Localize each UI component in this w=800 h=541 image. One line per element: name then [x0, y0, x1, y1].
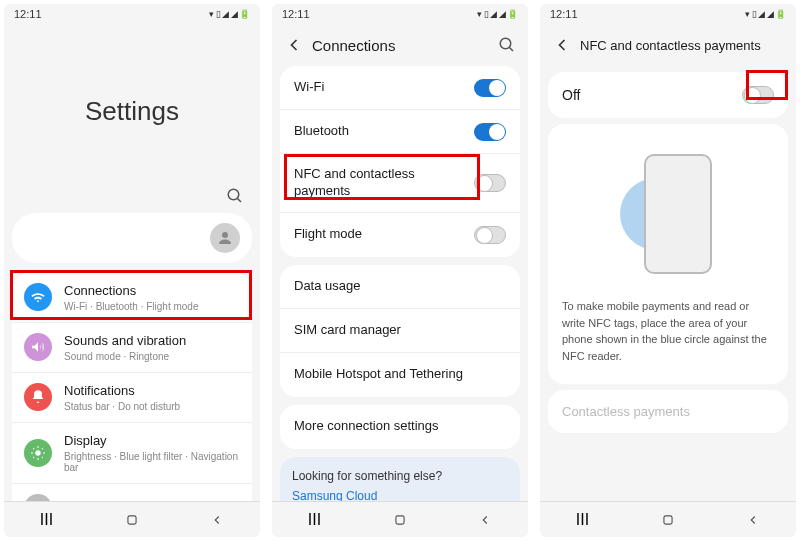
svg-point-2: [222, 232, 228, 238]
status-bar: 12:11 ▾ ▯ ◢ ◢ 🔋: [4, 4, 260, 24]
nfc-illustration: [562, 144, 774, 284]
nav-recent[interactable]: III: [308, 511, 321, 529]
page-title: Settings: [4, 96, 260, 127]
back-icon[interactable]: [284, 35, 304, 55]
row-title: Data usage: [294, 278, 506, 295]
nfc-row[interactable]: NFC and contactless payments: [280, 154, 520, 213]
header-bar: NFC and contactless payments: [540, 24, 796, 66]
display-icon: [24, 439, 52, 467]
connection-toggles: Wi-Fi Bluetooth NFC and contactless paym…: [280, 66, 520, 257]
status-bar: 12:11 ▾ ▯ ◢ ◢ 🔋: [540, 4, 796, 24]
svg-point-0: [228, 189, 239, 200]
nav-bar: III: [4, 501, 260, 537]
wifi-icon: [24, 283, 52, 311]
sound-icon: [24, 333, 52, 361]
status-icons: ▾ ▯ ◢ ◢ 🔋: [477, 9, 518, 19]
bluetooth-toggle[interactable]: [474, 123, 506, 141]
nfc-info-card: To make mobile payments and read or writ…: [548, 124, 788, 384]
status-time: 12:11: [14, 8, 42, 20]
settings-item-sub: Brightness · Blue light filter · Navigat…: [64, 451, 240, 473]
svg-point-3: [35, 450, 40, 455]
nav-home[interactable]: [393, 513, 407, 527]
row-title: Wi-Fi: [294, 79, 474, 96]
hotspot-row[interactable]: Mobile Hotspot and Tethering: [280, 353, 520, 397]
contactless-payments-row: Contactless payments: [548, 390, 788, 433]
avatar-icon: [210, 223, 240, 253]
flight-mode-row[interactable]: Flight mode: [280, 213, 520, 257]
settings-item-sub: Status bar · Do not disturb: [64, 401, 240, 412]
bluetooth-row[interactable]: Bluetooth: [280, 110, 520, 154]
header-title: Connections: [312, 37, 498, 54]
nfc-status-label: Off: [562, 87, 580, 103]
wifi-toggle[interactable]: [474, 79, 506, 97]
status-bar: 12:11 ▾ ▯ ◢ ◢ 🔋: [272, 4, 528, 24]
nav-bar: III: [540, 501, 796, 537]
settings-item-sounds[interactable]: Sounds and vibration Sound mode · Ringto…: [12, 323, 252, 373]
row-title: Flight mode: [294, 226, 474, 243]
looking-card: Looking for something else? Samsung Clou…: [280, 457, 520, 501]
settings-item-sub: Wi-Fi · Bluetooth · Flight mode: [64, 301, 240, 312]
nav-bar: III: [272, 501, 528, 537]
samsung-cloud-link[interactable]: Samsung Cloud: [292, 489, 508, 501]
data-usage-row[interactable]: Data usage: [280, 265, 520, 309]
sim-manager-row[interactable]: SIM card manager: [280, 309, 520, 353]
row-title: SIM card manager: [294, 322, 506, 339]
profile-row[interactable]: [12, 213, 252, 263]
settings-item-title: Display: [64, 433, 240, 450]
header-title: NFC and contactless payments: [580, 38, 784, 53]
search-icon[interactable]: [226, 187, 244, 205]
connection-list3: More connection settings: [280, 405, 520, 449]
nav-back[interactable]: [746, 513, 760, 527]
nav-recent[interactable]: III: [40, 511, 53, 529]
nav-recent[interactable]: III: [576, 511, 589, 529]
svg-rect-7: [396, 515, 404, 523]
nfc-main-toggle[interactable]: [742, 86, 774, 104]
settings-list: Connections Wi-Fi · Bluetooth · Flight m…: [12, 273, 252, 501]
status-icons: ▾ ▯ ◢ ◢ 🔋: [745, 9, 786, 19]
nfc-toggle[interactable]: [474, 174, 506, 192]
settings-screen: 12:11 ▾ ▯ ◢ ◢ 🔋 Settings Connections Wi-…: [4, 4, 260, 537]
settings-item-notifications[interactable]: Notifications Status bar · Do not distur…: [12, 373, 252, 423]
bell-icon: [24, 383, 52, 411]
nav-back[interactable]: [210, 513, 224, 527]
settings-item-sub: Sound mode · Ringtone: [64, 351, 240, 362]
row-title: Bluetooth: [294, 123, 474, 140]
row-title: More connection settings: [294, 418, 506, 435]
back-icon[interactable]: [552, 35, 572, 55]
settings-item-title: Connections: [64, 283, 240, 300]
settings-item-wallpaper[interactable]: Wallpaper: [12, 484, 252, 501]
status-icons: ▾ ▯ ◢ ◢ 🔋: [209, 9, 250, 19]
settings-item-connections[interactable]: Connections Wi-Fi · Bluetooth · Flight m…: [12, 273, 252, 323]
nfc-screen: 12:11 ▾ ▯ ◢ ◢ 🔋 NFC and contactless paym…: [540, 4, 796, 537]
nfc-description: To make mobile payments and read or writ…: [562, 298, 774, 364]
connection-list2: Data usage SIM card manager Mobile Hotsp…: [280, 265, 520, 397]
connections-screen: 12:11 ▾ ▯ ◢ ◢ 🔋 Connections Wi-Fi Blueto…: [272, 4, 528, 537]
settings-item-title: Sounds and vibration: [64, 333, 240, 350]
search-icon[interactable]: [498, 36, 516, 54]
phone-outline-icon: [644, 154, 712, 274]
svg-line-1: [237, 198, 241, 202]
nfc-status-row: Off: [548, 72, 788, 118]
looking-title: Looking for something else?: [292, 469, 508, 483]
svg-point-5: [500, 38, 511, 49]
status-time: 12:11: [550, 8, 578, 20]
row-title: Mobile Hotspot and Tethering: [294, 366, 506, 383]
wifi-row[interactable]: Wi-Fi: [280, 66, 520, 110]
settings-item-title: Notifications: [64, 383, 240, 400]
svg-line-6: [509, 47, 513, 51]
wallpaper-icon: [24, 494, 52, 501]
svg-rect-4: [128, 515, 136, 523]
nav-back[interactable]: [478, 513, 492, 527]
nav-home[interactable]: [661, 513, 675, 527]
nav-home[interactable]: [125, 513, 139, 527]
status-time: 12:11: [282, 8, 310, 20]
row-title: NFC and contactless payments: [294, 166, 474, 200]
flight-toggle[interactable]: [474, 226, 506, 244]
more-settings-row[interactable]: More connection settings: [280, 405, 520, 449]
header-bar: Connections: [272, 24, 528, 66]
settings-item-display[interactable]: Display Brightness · Blue light filter ·…: [12, 423, 252, 484]
svg-rect-8: [664, 515, 672, 523]
